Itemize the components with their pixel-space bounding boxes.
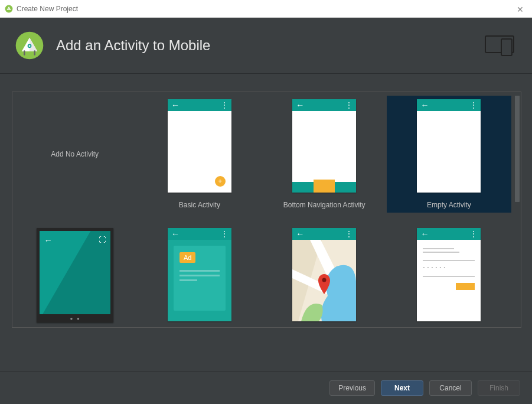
app-bar: ← ⋮ (417, 228, 481, 240)
overflow-icon: ⋮ (221, 102, 228, 109)
template-login-activity[interactable]: ← ⋮ • • • • • • (387, 224, 511, 326)
device-icon (485, 35, 514, 57)
svg-rect-9 (501, 39, 512, 56)
wizard-footer: Previous Next Cancel Finish (0, 372, 532, 404)
close-icon[interactable]: ✕ (517, 5, 524, 14)
app-icon (5, 5, 13, 13)
fab-icon: + (215, 176, 226, 187)
app-bar: ← ⋮ (168, 99, 231, 111)
template-thumbnail: ← ⋮ • • • • • • (417, 228, 481, 321)
app-bar: ← ⋮ (168, 228, 231, 240)
template-basic-activity[interactable]: ← ⋮ + Basic Activity (137, 96, 262, 213)
template-admob-ads-activity[interactable]: ← ⋮ Ad (137, 224, 262, 326)
template-empty-activity[interactable]: ← ⋮ Empty Activity (387, 96, 511, 213)
content-area: Add No Activity ← ⋮ + Basic Activity ← (0, 74, 532, 372)
template-thumbnail: ← ⋮ (292, 99, 356, 193)
svg-rect-5 (24, 50, 25, 55)
back-arrow-icon: ← (296, 230, 304, 238)
template-thumbnail: ← ⋮ (417, 99, 481, 193)
ad-badge: Ad (179, 252, 195, 263)
template-google-maps-activity[interactable]: ← ⋮ (262, 224, 387, 326)
login-body: • • • • • • (417, 240, 481, 321)
svg-point-14 (322, 278, 327, 282)
template-thumbnail: ← ⛶ ● ● (37, 228, 113, 322)
login-button-icon (456, 283, 475, 290)
template-label: Bottom Navigation Activity (283, 201, 365, 209)
template-fullscreen-activity[interactable]: ← ⛶ ● ● (12, 224, 137, 326)
wizard-header: Add an Activity to Mobile (0, 18, 532, 74)
svg-point-1 (8, 8, 9, 9)
template-bottom-navigation-activity[interactable]: ← ⋮ Bottom Navigation Activity (262, 96, 387, 213)
svg-point-4 (29, 45, 31, 47)
ad-body: Ad (168, 240, 231, 321)
overflow-icon: ⋮ (470, 230, 477, 237)
template-grid: Add No Activity ← ⋮ + Basic Activity ← (12, 96, 521, 321)
scrollbar[interactable] (514, 96, 521, 324)
app-bar: ← ⋮ (292, 99, 356, 111)
template-label: Basic Activity (179, 201, 220, 209)
window-title: Create New Project (17, 5, 78, 13)
template-grid-container: Add No Activity ← ⋮ + Basic Activity ← (12, 92, 521, 328)
fullscreen-icon: ⛶ (99, 236, 106, 244)
overflow-icon: ⋮ (345, 102, 353, 109)
bottom-nav-selected (314, 180, 335, 193)
template-thumbnail: ← ⋮ Ad (168, 228, 231, 321)
back-arrow-icon: ← (44, 236, 53, 245)
pager-dots-icon: ● ● (37, 316, 113, 321)
map-body (292, 240, 356, 321)
back-arrow-icon: ← (420, 101, 429, 109)
template-thumbnail: ← ⋮ + (168, 99, 231, 193)
template-add-no-activity[interactable]: Add No Activity (12, 96, 137, 213)
overflow-icon: ⋮ (470, 102, 477, 109)
page-title: Add an Activity to Mobile (56, 37, 210, 54)
template-thumbnail: ← ⋮ (292, 228, 356, 321)
titlebar: Create New Project ✕ (0, 0, 532, 18)
template-label: Add No Activity (51, 150, 99, 158)
app-bar: ← ⋮ (292, 228, 356, 240)
back-arrow-icon: ← (171, 230, 179, 238)
android-studio-logo-icon (15, 31, 44, 60)
app-bar: ← ⋮ (417, 99, 481, 111)
scrollbar-thumb[interactable] (515, 96, 520, 202)
back-arrow-icon: ← (171, 101, 179, 109)
overflow-icon: ⋮ (221, 230, 228, 237)
back-arrow-icon: ← (296, 101, 304, 109)
finish-button: Finish (478, 380, 520, 396)
cancel-button[interactable]: Cancel (429, 380, 472, 396)
next-button[interactable]: Next (381, 380, 423, 396)
overflow-icon: ⋮ (345, 230, 353, 237)
svg-rect-6 (34, 50, 36, 55)
svg-point-7 (32, 36, 34, 38)
back-arrow-icon: ← (420, 230, 429, 238)
previous-button[interactable]: Previous (329, 380, 375, 396)
template-label: Empty Activity (427, 201, 471, 209)
